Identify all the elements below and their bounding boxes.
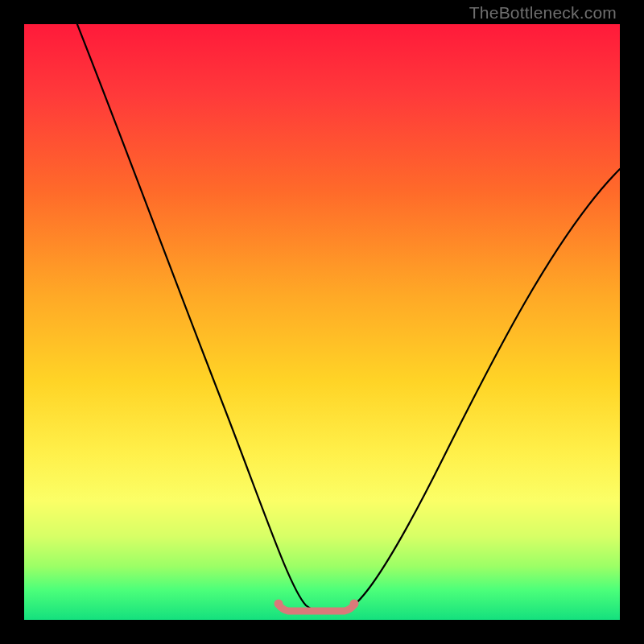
watermark-text: TheBottleneck.com <box>469 3 617 23</box>
bottleneck-curve <box>68 24 620 612</box>
flat-region-dot-right <box>350 600 359 609</box>
chart-frame: TheBottleneck.com <box>0 0 644 644</box>
plot-area <box>24 24 620 620</box>
chart-svg <box>24 24 620 620</box>
flat-region-marker <box>279 605 354 611</box>
flat-region-dot-left <box>275 600 283 609</box>
